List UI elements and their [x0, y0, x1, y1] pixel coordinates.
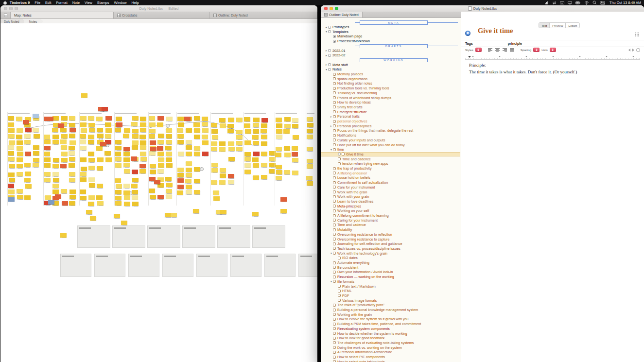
map-note[interactable]: [116, 122, 122, 127]
swap-arrows-icon[interactable]: [552, 1, 557, 5]
outline-item[interactable]: ProcessedMarkdown: [321, 39, 460, 44]
map-note[interactable]: [261, 118, 268, 122]
outline-item[interactable]: ISO dates: [321, 256, 460, 260]
align-justify-icon[interactable]: [510, 48, 514, 52]
map-note[interactable]: [44, 139, 51, 144]
outline-item-selected[interactable]: Give it time: [321, 152, 460, 157]
map-note[interactable]: [150, 195, 156, 199]
map-note[interactable]: [140, 140, 146, 145]
map-note[interactable]: [105, 157, 112, 162]
map-note[interactable]: [307, 123, 313, 127]
disclosure-triangle[interactable]: ▸: [325, 63, 328, 66]
outline-item[interactable]: A Personal Information Architecture: [321, 350, 460, 355]
outline-item[interactable]: Caring for your instrument: [321, 218, 460, 223]
map-note[interactable]: [261, 123, 267, 128]
map-note[interactable]: [194, 179, 200, 183]
map-note[interactable]: [97, 201, 104, 206]
map-note[interactable]: [211, 147, 217, 151]
map-note[interactable]: [69, 146, 75, 150]
map-note[interactable]: [245, 129, 251, 134]
map-note[interactable]: [132, 178, 139, 182]
outline-item[interactable]: How to develop ideas: [321, 100, 460, 105]
zoom-button[interactable]: [335, 7, 338, 10]
map-note[interactable]: [58, 123, 64, 128]
outline-item[interactable]: Mutability: [321, 227, 460, 232]
map-note[interactable]: [80, 157, 87, 162]
map-note[interactable]: [213, 196, 220, 201]
align-center-icon[interactable]: [495, 48, 500, 52]
map-note[interactable]: [121, 221, 127, 225]
map-note[interactable]: [9, 164, 15, 168]
nav-back-icon[interactable]: [628, 49, 630, 52]
disclosure-triangle[interactable]: ▾: [330, 148, 333, 151]
map-note[interactable]: [61, 134, 68, 138]
map-note[interactable]: [252, 135, 259, 139]
map-note[interactable]: [307, 147, 313, 151]
disclosure-triangle[interactable]: ▸: [330, 115, 333, 118]
map-note[interactable]: [8, 157, 15, 161]
map-note[interactable]: [253, 129, 259, 134]
map-note[interactable]: [158, 163, 164, 168]
map-note[interactable]: [61, 189, 67, 193]
map-note[interactable]: [177, 173, 184, 177]
map-note[interactable]: [202, 140, 209, 145]
search-icon[interactable]: [592, 0, 597, 5]
map-note[interactable]: [61, 116, 68, 121]
outline-pane[interactable]: META▸Prototypes▾TemplatesMarkdown pagePr…: [321, 18, 461, 362]
map-note[interactable]: [307, 159, 313, 163]
map-note[interactable]: [220, 123, 226, 128]
menu-note[interactable]: Note: [70, 0, 82, 5]
map-note[interactable]: [123, 184, 130, 188]
disclosure-triangle[interactable]: ▾: [325, 30, 328, 33]
map-note[interactable]: [276, 123, 282, 128]
map-note[interactable]: [52, 172, 59, 176]
map-note[interactable]: [89, 128, 95, 132]
map-note[interactable]: [115, 152, 121, 156]
map-note[interactable]: [60, 233, 67, 238]
map-note[interactable]: [52, 128, 58, 132]
outline-separator[interactable]: DRAFTS: [321, 44, 460, 49]
map-canvas[interactable]: [0, 23, 317, 362]
outline-item[interactable]: Doing the work vs. working on the system: [321, 345, 460, 350]
map-note[interactable]: [149, 116, 155, 121]
map-note[interactable]: [24, 195, 31, 200]
map-note[interactable]: [123, 163, 130, 167]
map-note[interactable]: [150, 140, 156, 145]
map-note[interactable]: [33, 163, 39, 167]
map-note[interactable]: [211, 168, 218, 172]
map-note[interactable]: [60, 128, 67, 132]
map-note[interactable]: [132, 195, 138, 200]
map-note[interactable]: [115, 196, 122, 200]
map-note[interactable]: [8, 190, 15, 194]
map-note[interactable]: [23, 120, 29, 124]
attributes-grid-icon[interactable]: [635, 32, 639, 36]
map-note[interactable]: [284, 170, 290, 174]
outline-item[interactable]: PDF: [321, 293, 460, 298]
map-note[interactable]: [186, 128, 192, 133]
map-note[interactable]: [24, 134, 31, 138]
map-note[interactable]: [17, 152, 23, 156]
map-note[interactable]: [228, 174, 234, 178]
map-note[interactable]: [116, 117, 122, 121]
map-note[interactable]: [157, 116, 164, 121]
ruler-tab-marker[interactable]: [579, 56, 581, 57]
map-note[interactable]: [177, 134, 184, 138]
map-note[interactable]: [124, 202, 130, 206]
map-note[interactable]: [171, 213, 177, 217]
map-note[interactable]: [261, 141, 267, 146]
disclosure-triangle[interactable]: ▾: [330, 280, 333, 283]
outline-item[interactable]: Photos of whiteboard sticky dumps: [321, 95, 460, 100]
outline-item[interactable]: How to look for good feedback: [321, 336, 460, 341]
map-note[interactable]: [8, 134, 15, 138]
align-left-icon[interactable]: [488, 48, 492, 52]
map-note[interactable]: [236, 130, 243, 134]
map-note[interactable]: [177, 185, 184, 189]
map-note[interactable]: [194, 152, 200, 156]
menu-format[interactable]: Format: [54, 0, 70, 5]
map-container[interactable]: [162, 254, 193, 277]
ruler-tab-marker[interactable]: [472, 56, 474, 57]
menu-tinderbox-9[interactable]: Tinderbox 9: [7, 0, 32, 5]
map-note[interactable]: [97, 184, 103, 188]
map-note[interactable]: [283, 129, 290, 134]
map-note[interactable]: [276, 129, 282, 134]
